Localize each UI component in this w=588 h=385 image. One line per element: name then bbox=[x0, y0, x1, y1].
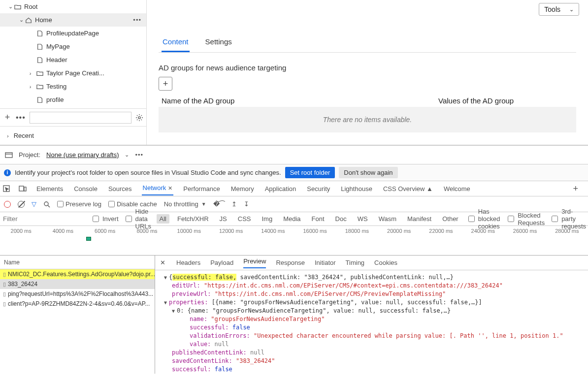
wifi-icon[interactable]: �᷉⁀ bbox=[213, 200, 225, 208]
tree-label: Home bbox=[35, 16, 52, 24]
filter-all[interactable]: All bbox=[157, 214, 169, 224]
timeline-tick: 18000 ms bbox=[336, 228, 378, 234]
tree-item[interactable]: Header bbox=[0, 53, 146, 66]
filter-type[interactable]: CSS bbox=[235, 214, 254, 224]
close-icon[interactable]: ✕ bbox=[160, 259, 165, 266]
search-icon[interactable] bbox=[43, 201, 50, 208]
timeline-tick: 6000 ms bbox=[84, 228, 126, 234]
tree-item[interactable]: profile bbox=[0, 93, 146, 106]
chevron-down-icon[interactable]: ⌄ bbox=[125, 152, 129, 158]
devtab-sources[interactable]: Sources bbox=[107, 183, 133, 194]
resp-tab-preview[interactable]: Preview bbox=[243, 257, 266, 268]
filter-type[interactable]: Media bbox=[280, 214, 303, 224]
timeline-tick: 10000 ms bbox=[168, 228, 210, 234]
filter-input[interactable] bbox=[2, 215, 86, 223]
download-icon[interactable]: ↧ bbox=[244, 200, 249, 208]
resp-tab-cookies[interactable]: Cookies bbox=[374, 259, 397, 266]
devtab-application[interactable]: Application bbox=[264, 183, 297, 194]
close-icon[interactable]: ✕ bbox=[168, 185, 172, 191]
filter-type[interactable]: WS bbox=[355, 214, 371, 224]
tools-button[interactable]: Tools ⌄ bbox=[539, 3, 579, 16]
svg-point-0 bbox=[138, 116, 140, 118]
tree-label: profile bbox=[46, 96, 64, 103]
request-row[interactable]: ▯ping?requestUrl=https%3A%2F%2Flocalhost… bbox=[0, 289, 155, 299]
throttling-select[interactable]: No throttling▼ bbox=[164, 200, 206, 208]
resp-tab-payload[interactable]: Payload bbox=[210, 259, 233, 266]
tree-label: Header bbox=[46, 56, 67, 64]
devtab-lighthouse[interactable]: Lighthouse bbox=[340, 183, 373, 194]
timeline-tick: 4000 ms bbox=[42, 228, 84, 234]
tree-root[interactable]: ⌄ Root bbox=[0, 0, 146, 13]
tree-item[interactable]: ProfileupdatePage bbox=[0, 27, 146, 40]
add-icon[interactable]: + bbox=[3, 112, 12, 123]
inspect-icon[interactable] bbox=[3, 185, 10, 192]
disable-cache-checkbox[interactable]: Disable cache bbox=[108, 200, 157, 208]
request-row[interactable]: ▯NMIC02_DC.Features.Settings.AdGroupValu… bbox=[0, 269, 155, 279]
timeline-tick: 24000 ms bbox=[462, 228, 504, 234]
devtab-security[interactable]: Security bbox=[306, 183, 331, 194]
clear-icon[interactable] bbox=[18, 201, 25, 208]
filter-type[interactable]: Other bbox=[439, 214, 461, 224]
resp-tab-response[interactable]: Response bbox=[276, 259, 305, 266]
add-tab-icon[interactable]: + bbox=[573, 184, 578, 194]
svg-rect-1 bbox=[5, 153, 12, 158]
column-header-name: Name of the AD group bbox=[159, 96, 438, 105]
caret-down-icon[interactable]: ▼ bbox=[164, 273, 169, 282]
resp-tab-initiator[interactable]: Initiator bbox=[315, 259, 336, 266]
caret-down-icon[interactable]: ▼ bbox=[164, 298, 169, 307]
preserve-log-checkbox[interactable]: Preserve log bbox=[57, 200, 101, 208]
timeline-tick: 20000 ms bbox=[378, 228, 420, 234]
invert-checkbox[interactable]: Invert bbox=[91, 214, 119, 224]
json-preview[interactable]: ▼{successful: false, savedContentLink: "… bbox=[155, 270, 588, 374]
resp-tab-timing[interactable]: Timing bbox=[346, 259, 365, 266]
devtab-elements[interactable]: Elements bbox=[35, 183, 64, 194]
tree-item[interactable]: ›Taylor Page Creati... bbox=[0, 66, 146, 80]
devtab-cssoverview[interactable]: CSS Overview ▲ bbox=[382, 183, 434, 194]
tools-label: Tools bbox=[544, 5, 560, 13]
filter-type[interactable]: Font bbox=[309, 214, 327, 224]
filter-type[interactable]: JS bbox=[217, 214, 230, 224]
add-group-button[interactable]: + bbox=[159, 77, 172, 91]
project-value[interactable]: None (use primary drafts) bbox=[46, 151, 119, 159]
more-icon[interactable]: ••• bbox=[16, 113, 26, 122]
timeline[interactable]: 2000 ms 4000 ms 6000 ms 8000 ms 10000 ms… bbox=[0, 226, 588, 256]
resp-tab-headers[interactable]: Headers bbox=[176, 259, 200, 266]
more-icon[interactable]: ••• bbox=[133, 16, 141, 24]
filter-type[interactable]: Doc bbox=[332, 214, 350, 224]
notice-bar: i Identify your project's root folder to… bbox=[0, 164, 588, 181]
devtab-network[interactable]: Network✕ bbox=[142, 182, 174, 195]
timeline-tick: 8000 ms bbox=[126, 228, 168, 234]
record-icon[interactable] bbox=[4, 201, 11, 208]
filter-type[interactable]: Img bbox=[259, 214, 275, 224]
tab-settings[interactable]: Settings bbox=[204, 34, 233, 52]
filter-type[interactable]: Wasm bbox=[376, 214, 399, 224]
dont-show-button[interactable]: Don't show again bbox=[339, 167, 397, 178]
request-row[interactable]: ▯client?p=AP-9R2ZHMD84Z2N-2-4&sv=0.46.0&… bbox=[0, 299, 155, 309]
tree-item[interactable]: MyPage bbox=[0, 40, 146, 53]
filter-row: Invert Hide data URLs All Fetch/XHR JS C… bbox=[0, 212, 588, 226]
more-icon[interactable]: ••• bbox=[135, 151, 143, 159]
upload-icon[interactable]: ↥ bbox=[231, 200, 237, 208]
filter-type[interactable]: Fetch/XHR bbox=[174, 214, 212, 224]
folder-icon bbox=[14, 3, 21, 10]
chevron-down-icon: ⌄ bbox=[7, 3, 14, 10]
tab-content[interactable]: Content bbox=[162, 34, 190, 52]
tree-item[interactable]: ›Testing bbox=[0, 80, 146, 93]
devtab-console[interactable]: Console bbox=[73, 183, 98, 194]
caret-down-icon[interactable]: ▼ bbox=[172, 307, 177, 315]
devtab-performance[interactable]: Performance bbox=[182, 183, 221, 194]
filter-type[interactable]: Manifest bbox=[404, 214, 434, 224]
device-icon[interactable] bbox=[19, 185, 27, 192]
file-icon bbox=[36, 30, 43, 37]
filter-icon[interactable]: ▽ bbox=[32, 200, 36, 208]
tree-search-input[interactable] bbox=[30, 112, 131, 124]
devtab-welcome[interactable]: Welcome bbox=[443, 183, 471, 194]
devtab-memory[interactable]: Memory bbox=[230, 183, 255, 194]
request-row[interactable]: ▯383_26424 bbox=[0, 279, 155, 289]
home-icon bbox=[25, 17, 32, 24]
gear-icon[interactable] bbox=[135, 114, 143, 122]
set-root-button[interactable]: Set root folder bbox=[285, 167, 335, 178]
blocked-requests-checkbox[interactable]: Blocked Requests bbox=[506, 212, 545, 226]
tree-home[interactable]: ⌄ Home ••• bbox=[0, 13, 146, 27]
recent-section[interactable]: › Recent bbox=[0, 126, 146, 145]
